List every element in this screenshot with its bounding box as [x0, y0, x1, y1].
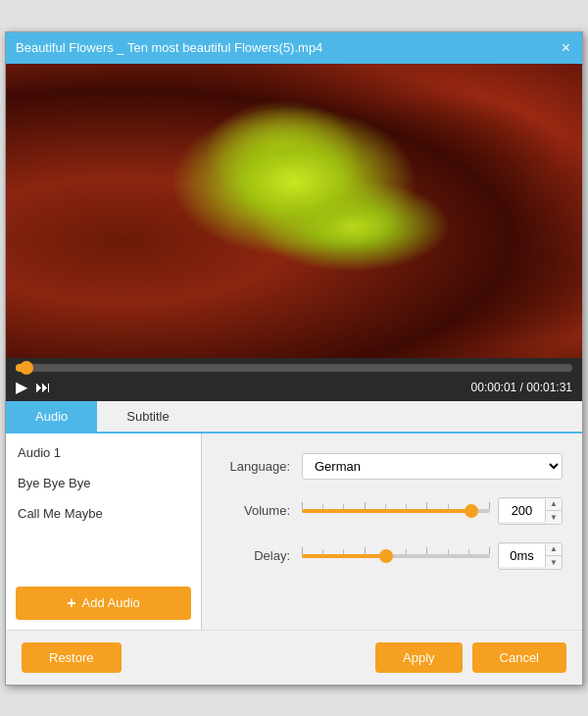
settings-panel: Language: German English French Spanish … [202, 434, 582, 630]
cancel-button[interactable]: Cancel [472, 642, 566, 673]
close-button[interactable]: × [560, 40, 572, 56]
delay-arrows: ▲ ▼ [546, 543, 562, 569]
list-item[interactable]: Audio 1 [6, 437, 201, 468]
volume-fill [302, 509, 471, 513]
add-audio-label: Add Audio [82, 595, 140, 610]
tabs-row: Audio Subtitle [6, 401, 582, 434]
delay-slider[interactable] [302, 546, 490, 566]
time-current: 00:00:01 [471, 381, 517, 394]
volume-up-button[interactable]: ▲ [546, 498, 562, 511]
tab-subtitle[interactable]: Subtitle [97, 401, 198, 432]
video-preview [6, 64, 582, 358]
plus-icon: + [67, 594, 75, 612]
delay-label: Delay: [221, 548, 290, 563]
volume-row: Volume: [221, 497, 563, 525]
progress-handle[interactable] [20, 361, 33, 375]
tab-audio[interactable]: Audio [6, 401, 97, 432]
delay-fill [302, 554, 386, 558]
language-row: Language: German English French Spanish … [221, 453, 563, 480]
audio-list: Audio 1 Bye Bye Bye Call Me Maybe [6, 434, 201, 577]
delay-input[interactable] [499, 544, 546, 567]
play-button[interactable]: ▶ [16, 380, 27, 395]
delay-control: ▲ ▼ [302, 542, 563, 570]
controls-bar: ▶ ⏭ 00:00:01 / 00:01:31 [6, 358, 582, 401]
delay-handle[interactable] [379, 549, 393, 563]
volume-arrows: ▲ ▼ [546, 498, 562, 524]
add-audio-button[interactable]: + Add Audio [16, 587, 191, 620]
titlebar: Beautiful Flowers _ Ten most beautiful F… [6, 32, 582, 64]
language-label: Language: [221, 459, 290, 474]
footer-right: Apply Cancel [375, 642, 566, 673]
content-area: Audio 1 Bye Bye Bye Call Me Maybe + Add … [6, 434, 582, 630]
list-item[interactable]: Bye Bye Bye [6, 468, 201, 498]
video-thumbnail [6, 64, 582, 358]
main-window: Beautiful Flowers _ Ten most beautiful F… [5, 31, 583, 686]
delay-down-button[interactable]: ▼ [546, 556, 562, 569]
language-dropdown[interactable]: German English French Spanish Italian [302, 453, 563, 480]
language-control: German English French Spanish Italian [302, 453, 563, 480]
time-total: 00:01:31 [526, 381, 572, 394]
skip-button[interactable]: ⏭ [35, 380, 51, 395]
list-item[interactable]: Call Me Maybe [6, 498, 201, 529]
volume-control: ▲ ▼ [302, 497, 563, 525]
apply-button[interactable]: Apply [375, 642, 463, 673]
time-separator: / [516, 381, 526, 394]
controls-left: ▶ ⏭ [16, 380, 51, 395]
progress-bar[interactable] [16, 364, 572, 372]
delay-up-button[interactable]: ▲ [546, 543, 562, 556]
delay-spinner: ▲ ▼ [498, 542, 563, 570]
controls-row: ▶ ⏭ 00:00:01 / 00:01:31 [16, 380, 572, 395]
volume-slider[interactable] [302, 501, 490, 521]
time-display: 00:00:01 / 00:01:31 [471, 381, 572, 394]
volume-down-button[interactable]: ▼ [546, 511, 562, 524]
volume-label: Volume: [221, 503, 290, 518]
volume-handle[interactable] [465, 504, 478, 518]
delay-row: Delay: [221, 542, 563, 570]
restore-button[interactable]: Restore [22, 642, 122, 673]
window-title: Beautiful Flowers _ Ten most beautiful F… [16, 40, 322, 55]
audio-list-panel: Audio 1 Bye Bye Bye Call Me Maybe + Add … [6, 434, 202, 630]
footer: Restore Apply Cancel [6, 630, 582, 685]
volume-spinner: ▲ ▼ [498, 497, 563, 525]
volume-input[interactable] [499, 499, 546, 522]
